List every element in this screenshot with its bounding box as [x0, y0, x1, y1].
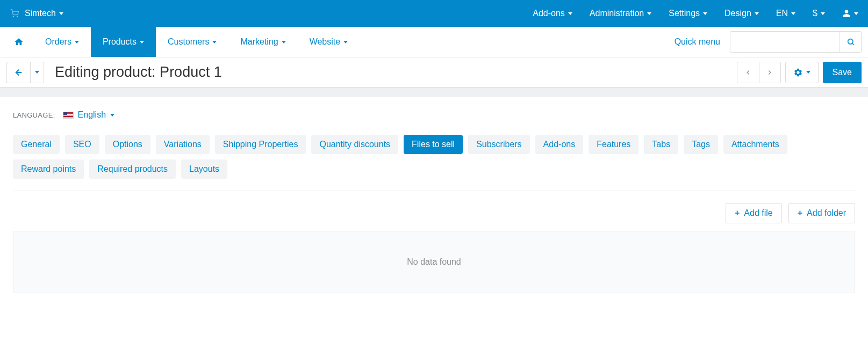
svg-line-3 [852, 43, 854, 45]
search-input[interactable] [730, 38, 840, 46]
topbar-right: Add-ons Administration Settings Design E… [533, 9, 858, 18]
content: LANGUAGE: English General SEO Options Va… [0, 97, 868, 306]
tab-quantity-discounts[interactable]: Quantity discounts [311, 135, 398, 154]
pager-prev[interactable] [737, 62, 759, 83]
caret-down-icon [568, 12, 572, 15]
language-selector[interactable]: English [63, 110, 114, 120]
svg-point-0 [13, 16, 13, 17]
user-icon [842, 9, 851, 18]
topnav-language[interactable]: EN [776, 9, 795, 18]
quick-menu[interactable]: Quick menu [675, 37, 720, 47]
chevron-left-icon [744, 69, 752, 76]
add-file-label: Add file [744, 208, 772, 218]
svg-point-2 [848, 39, 852, 44]
tab-subscribers[interactable]: Subscribers [468, 135, 529, 154]
caret-down-icon [755, 12, 759, 15]
tab-addons[interactable]: Add-ons [535, 135, 584, 154]
brand-selector[interactable]: Simtech [25, 9, 63, 18]
search-icon [847, 38, 855, 46]
caret-down-icon [35, 71, 39, 74]
topnav-user[interactable] [842, 9, 858, 18]
language-row: LANGUAGE: English [13, 110, 855, 120]
topnav-settings[interactable]: Settings [669, 9, 707, 18]
pager [737, 62, 781, 83]
nav-customers[interactable]: Customers [156, 27, 228, 57]
tab-features[interactable]: Features [589, 135, 639, 154]
titlebar: Editing product: Product 1 Save [0, 57, 868, 88]
tab-shipping-properties[interactable]: Shipping Properties [215, 135, 306, 154]
caret-down-icon [647, 12, 651, 15]
topnav-administration[interactable]: Administration [590, 9, 651, 18]
caret-down-icon [343, 41, 348, 43]
page-title: Editing product: Product 1 [55, 64, 222, 81]
save-button[interactable]: Save [823, 62, 862, 83]
caret-down-icon [821, 12, 825, 15]
pager-next[interactable] [759, 62, 780, 83]
tab-required-products[interactable]: Required products [89, 159, 176, 179]
chevron-right-icon [766, 69, 773, 76]
caret-down-icon [703, 12, 707, 15]
back-button[interactable] [7, 62, 31, 83]
caret-down-icon [212, 41, 217, 43]
tab-attachments[interactable]: Attachments [723, 135, 787, 154]
search-box [730, 31, 862, 53]
topbar-left: Simtech [10, 9, 63, 18]
add-folder-button[interactable]: + Add folder [788, 203, 855, 223]
tab-layouts[interactable]: Layouts [181, 159, 227, 179]
topnav-design[interactable]: Design [724, 9, 759, 18]
add-file-button[interactable]: + Add file [726, 203, 782, 223]
caret-down-icon [806, 71, 810, 74]
actions-row: + Add file + Add folder [13, 191, 855, 231]
nav-home[interactable] [4, 27, 33, 57]
svg-point-1 [17, 16, 18, 17]
topbar: Simtech Add-ons Administration Settings … [0, 0, 868, 27]
tab-general[interactable]: General [13, 135, 60, 154]
caret-down-icon [75, 41, 79, 43]
topnav-addons[interactable]: Add-ons [533, 9, 572, 18]
caret-down-icon [110, 114, 114, 117]
tabs: General SEO Options Variations Shipping … [13, 135, 855, 191]
tab-options[interactable]: Options [105, 135, 150, 154]
nav-orders[interactable]: Orders [33, 27, 91, 57]
home-icon [14, 37, 24, 47]
language-label: LANGUAGE: [13, 111, 55, 119]
cart-icon [10, 9, 19, 18]
mainnav-right: Quick menu [675, 27, 868, 57]
tab-seo[interactable]: SEO [65, 135, 99, 154]
plus-icon: + [798, 208, 802, 218]
tab-reward-points[interactable]: Reward points [13, 159, 84, 179]
caret-down-icon [282, 41, 286, 43]
nav-marketing[interactable]: Marketing [228, 27, 297, 57]
tab-variations[interactable]: Variations [156, 135, 210, 154]
titlebar-right: Save [737, 62, 862, 83]
no-data-panel: No data found [13, 231, 855, 293]
plus-icon: + [735, 208, 740, 218]
gear-icon [793, 68, 803, 77]
arrow-left-icon [14, 68, 24, 77]
tab-tags[interactable]: Tags [684, 135, 718, 154]
caret-down-icon [140, 41, 144, 43]
caret-down-icon [59, 12, 63, 15]
back-dropdown[interactable] [31, 62, 44, 83]
brand-name: Simtech [25, 9, 56, 18]
back-group [6, 62, 44, 83]
flag-us-icon [63, 112, 74, 119]
settings-button[interactable] [785, 62, 819, 83]
grayband [0, 88, 868, 97]
topnav-currency[interactable]: $ [813, 9, 825, 18]
tab-tabs[interactable]: Tabs [644, 135, 678, 154]
search-button[interactable] [840, 32, 861, 52]
nav-products[interactable]: Products [91, 27, 156, 57]
nav-website[interactable]: Website [298, 27, 360, 57]
tab-files-to-sell[interactable]: Files to sell [404, 135, 463, 154]
caret-down-icon [854, 12, 858, 15]
add-folder-label: Add folder [807, 208, 846, 218]
language-value: English [78, 110, 106, 120]
caret-down-icon [791, 12, 795, 15]
mainnav: Orders Products Customers Marketing Webs… [0, 27, 868, 57]
